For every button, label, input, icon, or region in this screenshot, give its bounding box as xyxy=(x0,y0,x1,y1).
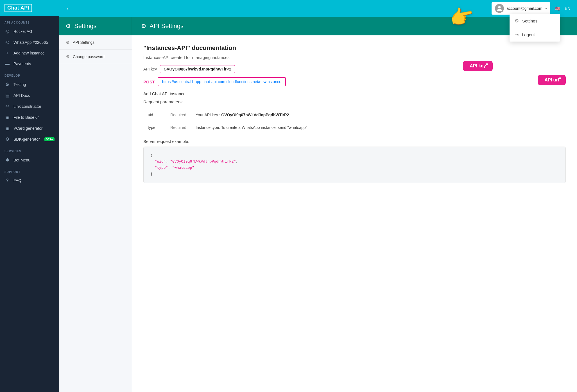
code-colon-2: : xyxy=(168,166,172,170)
user-email: account@gmail.com xyxy=(507,6,542,11)
sdk-icon: ⚙ xyxy=(4,136,10,142)
code-colon-1: : xyxy=(166,159,170,164)
api-key-row: API key GVOyOI9q67bWkVdJnpPqdhWTirP2 xyxy=(143,65,566,73)
sidebar-item-link-constructor[interactable]: ⚯ Link constructor xyxy=(0,101,59,112)
section-label-support: SUPPORT xyxy=(0,165,59,175)
lang-label: EN xyxy=(565,6,570,11)
whatsapp-icon: ◎ xyxy=(4,29,10,34)
sidebar-item-api-docs[interactable]: ▤ API Docs xyxy=(0,90,59,101)
section-label-accounts: API ACCOUNTS xyxy=(0,16,59,26)
code-value-uid: "GVOyOI9q67bWkVdJnpPqdhWTirP2" xyxy=(170,159,236,164)
dropdown-settings[interactable]: ⚙ Settings xyxy=(510,14,560,28)
file-icon: ▣ xyxy=(4,115,10,120)
sidebar-item-whatsapp[interactable]: ◎ WhatsApp #226565 xyxy=(0,37,59,48)
settings-header: ⚙ Settings xyxy=(59,17,132,35)
logout-icon: ⇥ xyxy=(515,32,519,38)
sidebar-item-add-instance[interactable]: + Add new instance xyxy=(0,48,59,58)
param-name-uid: uid xyxy=(143,109,166,121)
api-key-label: API key xyxy=(143,67,157,71)
chevron-down-icon: ▾ xyxy=(545,6,547,10)
sidebar-item-label: SDK-generator xyxy=(13,137,40,142)
settings-icon: ⚙ xyxy=(515,18,519,24)
sidebar-logo: Chat API xyxy=(0,0,59,16)
param-required-type: Required xyxy=(166,121,191,134)
sidebar-item-label: Link constructor xyxy=(13,104,41,109)
avatar xyxy=(495,4,504,13)
section-label-services: SERVICES xyxy=(0,145,59,154)
vcard-icon: ▣ xyxy=(4,126,10,131)
sidebar-item-rocket-ag[interactable]: ◎ Rocket AG xyxy=(0,26,59,37)
beta-badge: BETA xyxy=(44,137,55,141)
doc-subtitle: Instances-API created for managing insta… xyxy=(143,55,566,60)
main-content: ⚙ API Settings API key API url "Instance… xyxy=(132,17,577,392)
back-button[interactable]: ← xyxy=(66,5,71,12)
code-brace-open: { xyxy=(150,153,153,158)
sidebar-item-label: Payments xyxy=(13,61,31,66)
main-area: ← 👈 account@gmail.com ▾ 🇺🇸 EN ⚙ Settings xyxy=(59,0,577,392)
sidebar-item-label: WhatsApp #226565 xyxy=(13,40,48,45)
lang-flag-icon: 🇺🇸 xyxy=(555,6,560,11)
settings-nav-api-label: API Settings xyxy=(73,40,94,45)
api-url-row: POST https://us-central1-app-chat-api-co… xyxy=(143,77,566,86)
gear-icon: ⚙ xyxy=(4,82,10,87)
params-table: uid Required Your API key : GVOyOI9q67bW… xyxy=(143,109,566,134)
param-desc-uid: Your API key : GVOyOI9q67bWkVdJnpPqdhWTi… xyxy=(191,109,566,121)
api-settings-header-icon: ⚙ xyxy=(141,23,146,29)
content-layout: ⚙ Settings ⚙ API Settings ⚙ Change passw… xyxy=(59,17,577,392)
sidebar-item-label: Add new instance xyxy=(13,51,45,55)
plus-icon: + xyxy=(4,51,10,56)
section-label-develop: DEVELOP xyxy=(0,69,59,79)
docs-icon: ▤ xyxy=(4,93,10,98)
whatsapp-icon-2: ◎ xyxy=(4,40,10,45)
settings-title: Settings xyxy=(74,22,97,30)
topbar: ← 👈 account@gmail.com ▾ 🇺🇸 EN ⚙ Settings xyxy=(59,0,577,17)
topbar-left: ← xyxy=(66,5,71,12)
code-value-type: "whatsapp" xyxy=(172,166,194,170)
sidebar-item-sdk[interactable]: ⚙ SDK-generator BETA xyxy=(0,134,59,145)
code-comma-1: , xyxy=(236,159,238,164)
api-settings-header-label: API Settings xyxy=(150,22,184,30)
faq-icon: ? xyxy=(4,178,10,183)
request-params-label: Request parameters: xyxy=(143,99,566,104)
param-required-uid: Required xyxy=(166,109,191,121)
sidebar-item-testing[interactable]: ⚙ Testing xyxy=(0,79,59,90)
settings-sidebar: ⚙ Settings ⚙ API Settings ⚙ Change passw… xyxy=(59,17,132,392)
settings-nav-api[interactable]: ⚙ API Settings xyxy=(59,35,132,50)
api-settings-nav-icon: ⚙ xyxy=(66,40,69,45)
dropdown-settings-label: Settings xyxy=(522,19,537,23)
sidebar-item-label: Testing xyxy=(13,82,26,87)
topbar-right: 👈 account@gmail.com ▾ 🇺🇸 EN xyxy=(492,2,571,15)
link-icon: ⚯ xyxy=(4,104,10,109)
api-url-value: https://us-central1-app-chat-api-com.clo… xyxy=(158,77,286,86)
code-key-uid: "uid" xyxy=(155,159,166,164)
sidebar-item-payments[interactable]: ▬ Payments xyxy=(0,58,59,69)
param-desc-type: Instance type. To create a WhatsApp inst… xyxy=(191,121,566,134)
add-instance-label: Add Chat API instance xyxy=(143,91,566,96)
api-key-value: GVOyOI9q67bWkVdJnpPqdhWTirP2 xyxy=(160,65,235,73)
post-badge: POST xyxy=(143,79,155,84)
sidebar-item-faq[interactable]: ? FAQ xyxy=(0,175,59,186)
settings-gear-icon: ⚙ xyxy=(66,23,71,29)
sidebar-item-vcard[interactable]: ▣ VCard generator xyxy=(0,123,59,134)
code-block: { "uid": "GVOyOI9q67bWkVdJnpPqdhWTirP2",… xyxy=(143,147,566,183)
table-row: type Required Instance type. To create a… xyxy=(143,121,566,134)
sidebar-item-label: VCard generator xyxy=(13,126,43,131)
dropdown-logout-label: Logout xyxy=(522,32,535,37)
sidebar-item-label: API Docs xyxy=(13,93,30,98)
payments-icon: ▬ xyxy=(4,61,10,66)
sidebar-item-bot-menu[interactable]: ✱ Bot Menu xyxy=(0,154,59,165)
logo-text: Chat API xyxy=(4,4,32,12)
sidebar-item-label: File to Base 64 xyxy=(13,115,40,120)
code-key-type: "type" xyxy=(155,166,168,170)
doc-title: "Instances-API" documentation xyxy=(143,44,566,52)
sidebar-item-label: FAQ xyxy=(13,178,21,183)
sidebar: Chat API API ACCOUNTS ◎ Rocket AG ◎ What… xyxy=(0,0,59,392)
sidebar-item-file-base64[interactable]: ▣ File to Base 64 xyxy=(0,112,59,123)
api-key-inline: GVOyOI9q67bWkVdJnpPqdhWTirP2 xyxy=(221,113,289,117)
settings-nav-password[interactable]: ⚙ Change password xyxy=(59,50,132,64)
bot-icon: ✱ xyxy=(4,157,10,163)
dropdown-logout[interactable]: ⇥ Logout xyxy=(510,28,560,42)
user-menu-trigger[interactable]: account@gmail.com ▾ xyxy=(492,2,550,15)
user-dropdown-menu: ⚙ Settings ⇥ Logout xyxy=(510,14,560,42)
param-name-type: type xyxy=(143,121,166,134)
